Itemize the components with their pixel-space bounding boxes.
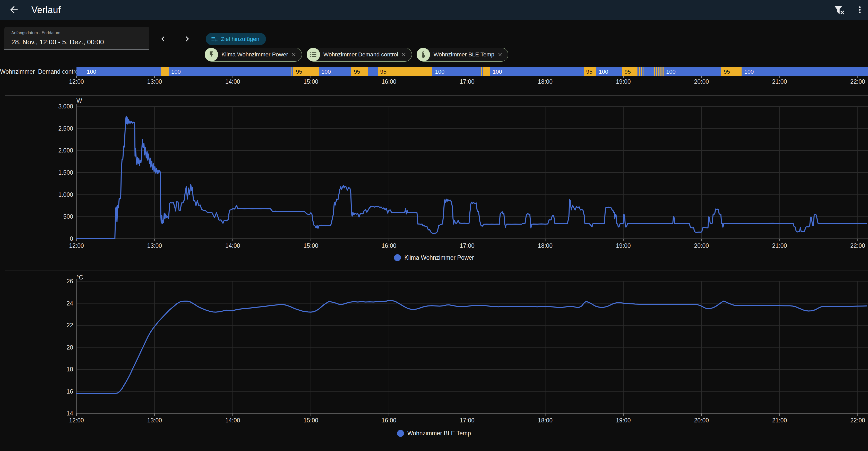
svg-text:14:00: 14:00 (225, 242, 240, 249)
svg-text:24: 24 (66, 300, 73, 307)
svg-text:°C: °C (76, 274, 83, 281)
svg-text:20:00: 20:00 (694, 242, 709, 249)
svg-text:19:00: 19:00 (616, 242, 631, 249)
legend-label: Wohnzimmer BLE Temp (407, 430, 471, 437)
svg-text:17:00: 17:00 (460, 417, 474, 424)
temperature-series-line (76, 300, 867, 394)
svg-text:2.500: 2.500 (58, 125, 73, 132)
svg-text:13:00: 13:00 (147, 242, 162, 249)
svg-text:2.000: 2.000 (58, 147, 73, 154)
svg-text:12:00: 12:00 (69, 417, 84, 424)
page-title: Verlauf (31, 5, 61, 16)
svg-text:1.000: 1.000 (58, 191, 73, 198)
svg-text:21:00: 21:00 (772, 242, 787, 249)
svg-text:16:00: 16:00 (381, 242, 397, 249)
svg-text:17:00: 17:00 (460, 242, 474, 249)
svg-text:14:00: 14:00 (225, 417, 240, 424)
legend-power[interactable]: Klima Wohnzimmer Power (0, 254, 868, 262)
svg-text:14: 14 (66, 410, 73, 417)
svg-text:26: 26 (66, 278, 73, 284)
row-divider (5, 270, 868, 270)
svg-text:3.000: 3.000 (58, 103, 73, 110)
dots-vertical-icon (855, 5, 865, 16)
power-series-line (76, 116, 867, 239)
svg-text:20:00: 20:00 (694, 417, 709, 424)
back-button[interactable] (7, 3, 21, 17)
svg-text:18:00: 18:00 (538, 242, 553, 249)
svg-text:22: 22 (66, 322, 73, 329)
svg-text:16: 16 (66, 388, 73, 395)
filter-remove-icon (834, 4, 844, 16)
svg-text:18: 18 (66, 366, 73, 373)
history-charts[interactable]: 12:0013:0014:0015:0016:0017:0018:0019:00… (0, 0, 868, 451)
svg-text:19:00: 19:00 (616, 417, 631, 424)
svg-text:22:00: 22:00 (850, 242, 865, 249)
remove-filter-button[interactable] (832, 3, 846, 17)
svg-text:W: W (76, 97, 82, 104)
svg-text:12:00: 12:00 (69, 242, 84, 249)
svg-text:0: 0 (70, 235, 73, 242)
legend-dot (397, 430, 404, 437)
svg-text:21:00: 21:00 (772, 417, 787, 424)
app-header: Verlauf (0, 0, 868, 20)
history-page: Verlauf Anfangsdatum - Enddatum 28. Nov.… (0, 0, 868, 451)
legend-label: Klima Wohnzimmer Power (404, 254, 474, 261)
arrow-left-icon (8, 4, 20, 16)
svg-text:18:00: 18:00 (538, 417, 553, 424)
legend-temp[interactable]: Wohnzimmer BLE Temp (0, 429, 868, 437)
svg-text:16:00: 16:00 (381, 417, 397, 424)
svg-text:20: 20 (66, 344, 73, 351)
svg-text:500: 500 (63, 213, 73, 220)
svg-text:1.500: 1.500 (58, 169, 73, 176)
legend-dot (394, 254, 401, 261)
svg-text:15:00: 15:00 (303, 417, 318, 424)
overflow-menu-button[interactable] (854, 4, 866, 16)
svg-text:13:00: 13:00 (147, 417, 162, 424)
svg-text:15:00: 15:00 (303, 242, 318, 249)
svg-text:22:00: 22:00 (850, 417, 865, 424)
